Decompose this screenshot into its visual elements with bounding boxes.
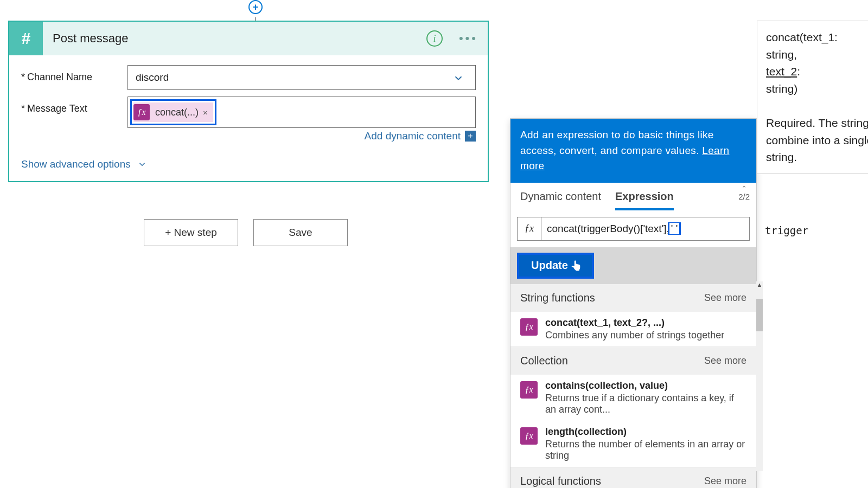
card-title: Post message bbox=[43, 31, 426, 46]
tooltip-description: Required. The string to combine into a s… bbox=[766, 114, 868, 166]
scroll-thumb[interactable] bbox=[756, 299, 763, 331]
concat-token[interactable]: ƒx concat(...) × bbox=[133, 102, 213, 122]
message-text-input[interactable]: ƒx concat(...) × bbox=[127, 97, 476, 128]
expression-input[interactable]: ƒx concat(triggerBody()['text'],' ' bbox=[517, 217, 750, 241]
show-advanced-options-link[interactable]: Show advanced options bbox=[21, 158, 147, 170]
flow-footer-buttons: + New step Save bbox=[144, 219, 348, 246]
slack-hash-icon: # bbox=[9, 22, 43, 55]
see-more-link[interactable]: See more bbox=[704, 476, 746, 487]
see-more-link[interactable]: See more bbox=[704, 355, 746, 367]
add-dynamic-content-link[interactable]: Add dynamic content + bbox=[365, 130, 476, 142]
post-message-card: # Post message i ••• *Channel Name disco… bbox=[8, 21, 489, 182]
concat-tooltip: concat(text_1: string, text_2: string) R… bbox=[757, 21, 868, 174]
concat-token-highlight: ƒx concat(...) × bbox=[130, 99, 216, 125]
see-more-link[interactable]: See more bbox=[704, 292, 746, 304]
cursor-pointer-icon bbox=[570, 259, 580, 272]
function-length[interactable]: ƒx length(collection) Returns the number… bbox=[510, 421, 756, 467]
chevron-down-icon bbox=[137, 159, 147, 169]
channel-name-value: discord bbox=[136, 72, 169, 84]
chevron-down-icon bbox=[452, 72, 464, 87]
quote-highlight: ' ' bbox=[669, 223, 680, 234]
tab-dynamic-content[interactable]: Dynamic content bbox=[520, 190, 601, 210]
fx-icon: ƒx bbox=[133, 104, 150, 120]
update-button[interactable]: Update bbox=[517, 253, 594, 279]
tab-expression[interactable]: Expression bbox=[615, 190, 674, 210]
plus-square-icon: + bbox=[465, 131, 476, 142]
expression-text: concat(triggerBody()['text'],' ' bbox=[541, 222, 749, 235]
section-collection: Collection See more bbox=[510, 347, 756, 375]
fx-icon: ƒx bbox=[518, 217, 541, 240]
token-remove-icon[interactable]: × bbox=[203, 108, 208, 117]
scrollbar[interactable]: ▲ bbox=[756, 281, 763, 471]
info-icon[interactable]: i bbox=[426, 30, 443, 47]
function-contains[interactable]: ƒx contains(collection, value) Returns t… bbox=[510, 375, 756, 421]
card-header[interactable]: # Post message i ••• bbox=[9, 22, 488, 55]
add-step-circle[interactable]: + bbox=[248, 0, 263, 14]
fx-icon: ƒx bbox=[520, 318, 538, 336]
channel-name-select[interactable]: discord bbox=[127, 65, 476, 90]
token-label: concat(...) bbox=[155, 107, 199, 118]
section-logical-functions: Logical functions See more bbox=[510, 467, 756, 489]
expression-overflow-text: trigger bbox=[765, 224, 808, 236]
expression-banner: Add an expression to do basic things lik… bbox=[510, 119, 756, 183]
channel-name-label: *Channel Name bbox=[21, 65, 127, 83]
new-step-button[interactable]: + New step bbox=[144, 219, 238, 246]
fx-icon: ƒx bbox=[520, 381, 538, 399]
ellipsis-icon[interactable]: ••• bbox=[459, 31, 478, 46]
save-button[interactable]: Save bbox=[253, 219, 348, 246]
expression-panel: Add an expression to do basic things lik… bbox=[510, 118, 757, 488]
message-text-label: *Message Text bbox=[21, 97, 127, 114]
page-indicator: ⌃ 2/2 bbox=[738, 185, 750, 201]
scroll-up-icon[interactable]: ▲ bbox=[756, 281, 763, 289]
function-concat[interactable]: ƒx concat(text_1, text_2?, ...) Combines… bbox=[510, 312, 756, 347]
section-string-functions: String functions See more bbox=[510, 284, 756, 312]
fx-icon: ƒx bbox=[520, 427, 538, 445]
